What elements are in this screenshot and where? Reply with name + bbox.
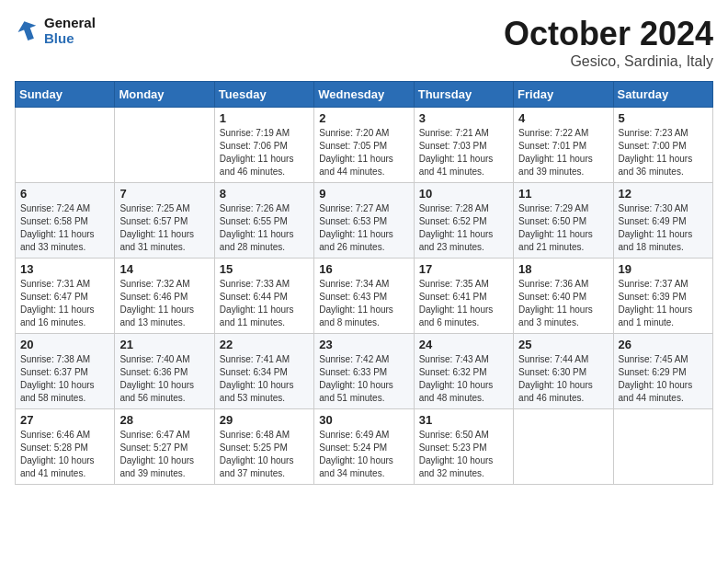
calendar-table: SundayMondayTuesdayWednesdayThursdayFrid… xyxy=(15,81,713,485)
calendar-week-row: 6Sunrise: 7:24 AM Sunset: 6:58 PM Daylig… xyxy=(16,183,713,259)
day-info: Sunrise: 6:48 AM Sunset: 5:25 PM Dayligh… xyxy=(220,429,309,480)
day-number: 4 xyxy=(518,111,608,125)
calendar-cell: 31Sunrise: 6:50 AM Sunset: 5:23 PM Dayli… xyxy=(414,409,513,485)
day-number: 10 xyxy=(419,187,508,201)
logo-icon xyxy=(15,17,40,43)
day-number: 22 xyxy=(220,338,309,351)
day-number: 14 xyxy=(119,262,209,276)
day-number: 3 xyxy=(419,111,508,125)
calendar-cell: 14Sunrise: 7:32 AM Sunset: 6:46 PM Dayli… xyxy=(115,259,214,334)
day-info: Sunrise: 7:36 AM Sunset: 6:40 PM Dayligh… xyxy=(518,278,608,329)
day-number: 15 xyxy=(220,262,309,276)
day-number: 2 xyxy=(319,111,408,125)
day-number: 16 xyxy=(319,262,408,276)
day-info: Sunrise: 7:30 AM Sunset: 6:49 PM Dayligh… xyxy=(619,202,708,254)
day-info: Sunrise: 7:26 AM Sunset: 6:55 PM Dayligh… xyxy=(220,202,309,254)
calendar-cell: 22Sunrise: 7:41 AM Sunset: 6:34 PM Dayli… xyxy=(214,334,313,409)
month-title: October 2024 xyxy=(504,15,713,53)
calendar-cell: 17Sunrise: 7:35 AM Sunset: 6:41 PM Dayli… xyxy=(414,259,513,334)
day-number: 25 xyxy=(518,338,608,351)
day-number: 24 xyxy=(419,338,508,351)
day-number: 8 xyxy=(220,187,309,201)
weekday-header-wednesday: Wednesday xyxy=(314,82,414,108)
calendar-cell: 11Sunrise: 7:29 AM Sunset: 6:50 PM Dayli… xyxy=(514,183,613,259)
weekday-header-sunday: Sunday xyxy=(16,82,115,108)
calendar-cell xyxy=(16,108,115,183)
calendar-cell: 29Sunrise: 6:48 AM Sunset: 5:25 PM Dayli… xyxy=(214,409,313,485)
day-number: 6 xyxy=(20,187,109,201)
calendar-cell: 8Sunrise: 7:26 AM Sunset: 6:55 PM Daylig… xyxy=(214,183,313,259)
calendar-cell: 25Sunrise: 7:44 AM Sunset: 6:30 PM Dayli… xyxy=(514,334,613,409)
weekday-header-row: SundayMondayTuesdayWednesdayThursdayFrid… xyxy=(16,82,713,108)
day-info: Sunrise: 7:37 AM Sunset: 6:39 PM Dayligh… xyxy=(619,278,708,329)
day-number: 21 xyxy=(119,338,209,351)
day-info: Sunrise: 7:35 AM Sunset: 6:41 PM Dayligh… xyxy=(419,278,508,329)
calendar-cell: 2Sunrise: 7:20 AM Sunset: 7:05 PM Daylig… xyxy=(314,108,414,183)
day-info: Sunrise: 7:42 AM Sunset: 6:33 PM Dayligh… xyxy=(319,353,408,405)
day-number: 26 xyxy=(619,338,708,351)
calendar-cell: 5Sunrise: 7:23 AM Sunset: 7:00 PM Daylig… xyxy=(613,108,712,183)
calendar-cell: 7Sunrise: 7:25 AM Sunset: 6:57 PM Daylig… xyxy=(115,183,214,259)
day-info: Sunrise: 7:41 AM Sunset: 6:34 PM Dayligh… xyxy=(220,353,309,405)
weekday-header-friday: Friday xyxy=(514,82,613,108)
location: Gesico, Sardinia, Italy xyxy=(504,53,713,70)
day-info: Sunrise: 7:43 AM Sunset: 6:32 PM Dayligh… xyxy=(419,353,508,405)
weekday-header-saturday: Saturday xyxy=(613,82,712,108)
day-number: 29 xyxy=(220,413,309,427)
day-number: 7 xyxy=(119,187,209,201)
page-header: General Blue October 2024 Gesico, Sardin… xyxy=(15,15,713,70)
day-info: Sunrise: 7:23 AM Sunset: 7:00 PM Dayligh… xyxy=(619,127,708,178)
day-info: Sunrise: 7:22 AM Sunset: 7:01 PM Dayligh… xyxy=(518,127,608,178)
calendar-cell: 28Sunrise: 6:47 AM Sunset: 5:27 PM Dayli… xyxy=(115,409,214,485)
day-info: Sunrise: 7:44 AM Sunset: 6:30 PM Dayligh… xyxy=(518,353,608,405)
day-info: Sunrise: 7:21 AM Sunset: 7:03 PM Dayligh… xyxy=(419,127,508,178)
day-number: 17 xyxy=(419,262,508,276)
day-number: 12 xyxy=(619,187,708,201)
day-info: Sunrise: 7:27 AM Sunset: 6:53 PM Dayligh… xyxy=(319,202,408,254)
calendar-cell: 13Sunrise: 7:31 AM Sunset: 6:47 PM Dayli… xyxy=(16,259,115,334)
calendar-cell: 12Sunrise: 7:30 AM Sunset: 6:49 PM Dayli… xyxy=(613,183,712,259)
day-number: 19 xyxy=(619,262,708,276)
day-number: 27 xyxy=(20,413,109,427)
calendar-cell xyxy=(514,409,613,485)
day-info: Sunrise: 6:50 AM Sunset: 5:23 PM Dayligh… xyxy=(419,429,508,480)
calendar-cell: 23Sunrise: 7:42 AM Sunset: 6:33 PM Dayli… xyxy=(314,334,414,409)
day-number: 28 xyxy=(119,413,209,427)
day-number: 20 xyxy=(20,338,109,351)
weekday-header-tuesday: Tuesday xyxy=(214,82,313,108)
day-info: Sunrise: 7:33 AM Sunset: 6:44 PM Dayligh… xyxy=(220,278,309,329)
calendar-cell: 21Sunrise: 7:40 AM Sunset: 6:36 PM Dayli… xyxy=(115,334,214,409)
day-number: 11 xyxy=(518,187,608,201)
day-info: Sunrise: 7:28 AM Sunset: 6:52 PM Dayligh… xyxy=(419,202,508,254)
calendar-cell xyxy=(115,108,214,183)
calendar-cell: 18Sunrise: 7:36 AM Sunset: 6:40 PM Dayli… xyxy=(514,259,613,334)
day-info: Sunrise: 7:20 AM Sunset: 7:05 PM Dayligh… xyxy=(319,127,408,178)
day-number: 18 xyxy=(518,262,608,276)
day-info: Sunrise: 7:40 AM Sunset: 6:36 PM Dayligh… xyxy=(119,353,209,405)
calendar-week-row: 27Sunrise: 6:46 AM Sunset: 5:28 PM Dayli… xyxy=(16,409,713,485)
day-number: 9 xyxy=(319,187,408,201)
day-info: Sunrise: 7:25 AM Sunset: 6:57 PM Dayligh… xyxy=(119,202,209,254)
day-number: 5 xyxy=(619,111,708,125)
calendar-week-row: 13Sunrise: 7:31 AM Sunset: 6:47 PM Dayli… xyxy=(16,259,713,334)
day-number: 31 xyxy=(419,413,508,427)
calendar-cell: 9Sunrise: 7:27 AM Sunset: 6:53 PM Daylig… xyxy=(314,183,414,259)
calendar-cell: 19Sunrise: 7:37 AM Sunset: 6:39 PM Dayli… xyxy=(613,259,712,334)
title-block: October 2024 Gesico, Sardinia, Italy xyxy=(504,15,713,70)
logo: General Blue xyxy=(15,15,96,46)
calendar-week-row: 20Sunrise: 7:38 AM Sunset: 6:37 PM Dayli… xyxy=(16,334,713,409)
day-info: Sunrise: 6:47 AM Sunset: 5:27 PM Dayligh… xyxy=(119,429,209,480)
day-info: Sunrise: 6:46 AM Sunset: 5:28 PM Dayligh… xyxy=(20,429,109,480)
calendar-cell: 30Sunrise: 6:49 AM Sunset: 5:24 PM Dayli… xyxy=(314,409,414,485)
day-info: Sunrise: 6:49 AM Sunset: 5:24 PM Dayligh… xyxy=(319,429,408,480)
calendar-cell: 4Sunrise: 7:22 AM Sunset: 7:01 PM Daylig… xyxy=(514,108,613,183)
day-info: Sunrise: 7:31 AM Sunset: 6:47 PM Dayligh… xyxy=(20,278,109,329)
day-number: 13 xyxy=(20,262,109,276)
calendar-cell: 1Sunrise: 7:19 AM Sunset: 7:06 PM Daylig… xyxy=(214,108,313,183)
day-info: Sunrise: 7:24 AM Sunset: 6:58 PM Dayligh… xyxy=(20,202,109,254)
calendar-cell xyxy=(613,409,712,485)
calendar-week-row: 1Sunrise: 7:19 AM Sunset: 7:06 PM Daylig… xyxy=(16,108,713,183)
day-number: 30 xyxy=(319,413,408,427)
calendar-cell: 26Sunrise: 7:45 AM Sunset: 6:29 PM Dayli… xyxy=(613,334,712,409)
day-info: Sunrise: 7:34 AM Sunset: 6:43 PM Dayligh… xyxy=(319,278,408,329)
